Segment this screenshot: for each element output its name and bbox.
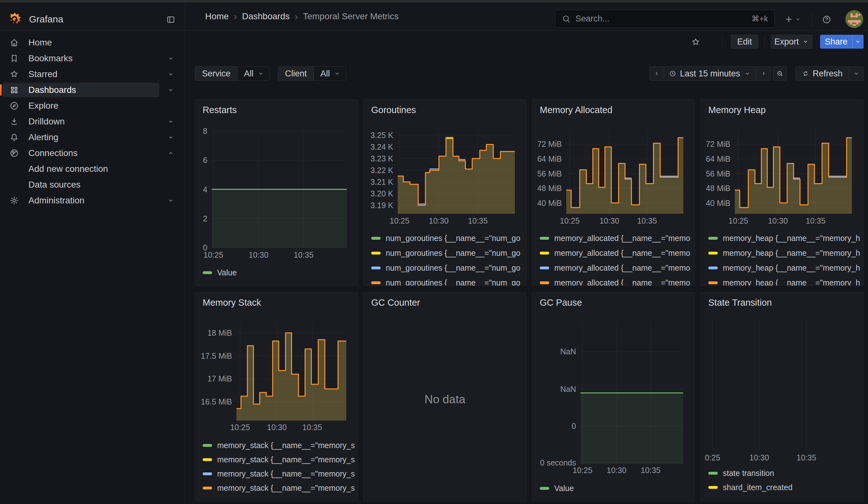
avatar[interactable] [845,10,863,28]
chevron-down-icon[interactable] [167,134,174,141]
legend-item[interactable]: memory_stack {__name__="memory_s [203,438,355,453]
time-range-picker[interactable]: Last 15 minutes [664,66,756,81]
share-menu-button[interactable] [852,35,864,49]
refresh-button[interactable]: Refresh [795,66,849,81]
chart-memory_heap[interactable]: 10:2510:3010:3540 MiB48 MiB56 MiB64 MiB7… [701,100,864,226]
legend-item[interactable]: memory_heap {__name__="memory_h [708,231,861,246]
favorite-star-button[interactable] [689,35,703,49]
edit-button[interactable]: Edit [731,35,758,49]
sidebar-item-administration[interactable]: Administration [0,193,185,208]
time-shift-forward-button[interactable] [756,66,771,81]
sidebar-item-surface[interactable]: Home [2,35,159,50]
sidebar-item-add-new-connection[interactable]: Add new connection [0,162,185,176]
chevron-down-icon[interactable] [167,197,174,204]
sidebar-item-surface[interactable]: Starred [2,67,159,81]
legend-item[interactable]: memory_stack {__name__="memory_s [203,453,355,467]
sidebar-item-home[interactable]: Home [0,35,185,50]
share-button[interactable]: Share [820,35,852,49]
sidebar-item-surface[interactable]: Bookmarks [2,51,159,66]
legend-item[interactable]: memory_stack {__name__="memory_s [203,481,355,495]
legend-item[interactable]: shard_item_created [708,480,861,495]
filter-client-value[interactable]: All [314,66,345,81]
chevron-down-icon[interactable] [167,118,174,125]
svg-text:56 MiB: 56 MiB [706,169,730,178]
svg-text:3.20 K: 3.20 K [371,189,394,198]
chevron-down-icon[interactable] [167,55,174,62]
legend-item[interactable]: Value [540,481,692,495]
help-button[interactable] [819,12,834,27]
legend-item[interactable]: memory_heap {__name__="memory_h [708,246,861,260]
panel-title[interactable]: Restarts [203,105,237,115]
sidebar-item-drilldown[interactable]: Drilldown [0,114,185,129]
legend-item[interactable]: memory_heap {__name__="memory_h [708,260,861,275]
chart-memory_allocated[interactable]: 10:2510:3010:3540 MiB48 MiB56 MiB64 MiB7… [532,100,695,226]
chart-gc_pause[interactable]: 10:2510:3010:350 seconds0NaNNaN [532,292,695,478]
svg-text:40 MiB: 40 MiB [537,199,562,207]
sidebar-item-surface[interactable]: Data sources [2,177,159,192]
new-button[interactable] [780,12,805,27]
sidebar-item-surface[interactable]: Connections [2,146,159,161]
chevron-down-icon [855,38,861,45]
legend-item[interactable]: memory_allocated {__name__="memo [540,260,692,275]
export-button[interactable]: Export [771,35,813,49]
svg-text:64 MiB: 64 MiB [706,154,730,163]
sidebar-item-surface[interactable]: Explore [2,99,159,113]
panel-title[interactable]: Memory Stack [203,298,261,308]
panel-title[interactable]: GC Pause [540,298,582,308]
chart-goroutines[interactable]: 10:2510:3010:353.19 K3.20 K3.21 K3.22 K3… [364,100,526,226]
sidebar-item-connections[interactable]: Connections [0,146,185,161]
no-data-label: No data [364,393,526,406]
breadcrumb-item[interactable]: Home [205,11,229,21]
legend-swatch [540,281,549,284]
svg-text:10:35: 10:35 [468,216,488,225]
legend-item[interactable]: num_goroutines {__name__="num_go [371,246,524,260]
sidebar-item-dashboards[interactable]: Dashboards [0,83,185,97]
panel-title[interactable]: GC Counter [371,298,420,308]
sidebar-item-explore[interactable]: Explore [0,99,185,113]
chart-memory_stack[interactable]: 10:2510:3010:3516.5 MiB17 MiB17.5 MiB18 … [195,292,358,434]
zoom-out-button[interactable] [773,66,787,81]
panel-title[interactable]: Goroutines [371,105,416,115]
chart-restarts[interactable]: 10:2510:3010:3502468 [195,100,358,261]
sidebar-item-surface[interactable]: Add new connection [2,162,159,176]
time-shift-back-button[interactable] [650,66,664,81]
legend: memory_stack {__name__="memory_smemory_s… [203,438,355,495]
sidebar-item-bookmarks[interactable]: Bookmarks [0,51,185,66]
legend-item[interactable]: num_goroutines {__name__="num_go [371,231,524,246]
panel-title[interactable]: Memory Heap [708,105,766,115]
sidebar-item-surface[interactable]: Alerting [2,130,159,145]
sidebar-item-surface[interactable]: Administration [2,193,159,208]
breadcrumb-item[interactable]: Dashboards [242,11,290,21]
sidebar-item-alerting[interactable]: Alerting [0,130,185,145]
chevron-down-icon[interactable] [167,86,174,93]
legend-item[interactable]: memory_allocated {__name__="memo [540,246,692,260]
sidebar-item-surface[interactable]: Dashboards [2,83,159,97]
filter-label: Service [195,66,237,81]
sidebar-item-data-sources[interactable]: Data sources [0,177,185,192]
sidebar-item-starred[interactable]: Starred [0,67,185,81]
sidebar-item-surface[interactable]: Drilldown [2,114,159,129]
filter-label: Client [278,66,314,81]
chart-state_transition[interactable]: 0:2510:3010:35 [701,292,864,464]
panel-title[interactable]: State Transition [708,298,772,308]
svg-text:18 MiB: 18 MiB [207,328,232,337]
legend-item[interactable]: num_goroutines {__name__="num_go [371,260,524,275]
dock-sidebar-icon[interactable] [165,14,176,25]
legend-item[interactable]: memory_allocated {__name__="memo [540,231,692,246]
chevron-down-icon[interactable] [167,71,174,78]
refresh-interval-button[interactable] [849,66,864,81]
legend-item[interactable]: memory_allocated {__name__="memo [540,275,692,286]
legend-swatch [708,486,718,489]
legend-item[interactable]: num_goroutines {__name__="num_go [371,275,524,286]
panel-title[interactable]: Memory Allocated [540,105,613,115]
chevron-up-icon[interactable] [167,150,174,157]
filter-service-value[interactable]: All [237,66,269,81]
legend-item[interactable]: state transition [708,466,861,480]
legend-item[interactable]: Value [203,265,355,280]
legend-label: memory_stack {__name__="memory_s [217,469,355,479]
legend-item[interactable]: memory_heap {__name__="memory_h [708,275,861,286]
filter-client: Client All [278,66,346,81]
search-input[interactable]: Search... ⌘+k [555,10,775,28]
legend-item[interactable]: memory_stack {__name__="memory_s [203,467,355,481]
legend-label: memory_stack {__name__="memory_s [217,483,355,493]
